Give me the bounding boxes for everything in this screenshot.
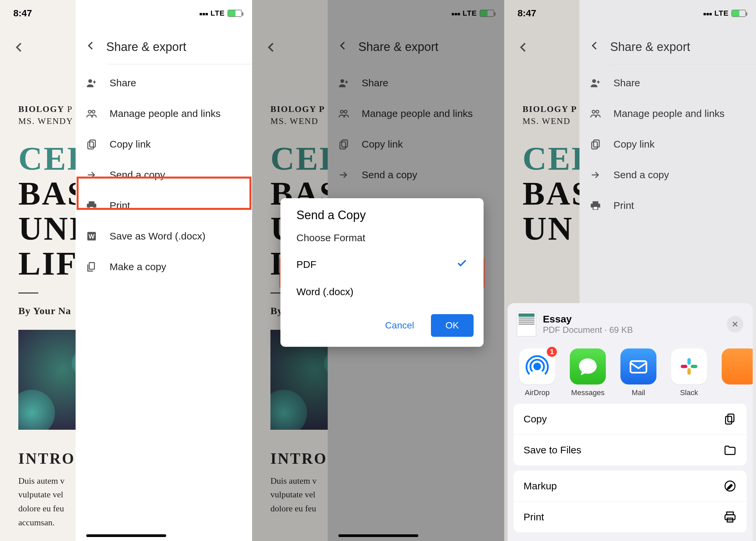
share-export-sheet: ▪▪▪ LTE Share & export Share Manage peop… — [76, 0, 252, 541]
svg-point-14 — [592, 79, 596, 83]
modal-option-pdf[interactable]: PDF — [280, 250, 484, 279]
ios-share-sheet: Essay PDF Document · 69 KB 1 AirDrop Mes… — [508, 303, 753, 541]
menu-label: Send a copy — [362, 169, 417, 181]
sheet-back-icon[interactable] — [338, 40, 348, 54]
svg-rect-30 — [725, 515, 735, 520]
divider — [359, 64, 504, 64]
share-app-airdrop[interactable]: 1 AirDrop — [518, 348, 557, 397]
file-subtitle: PDF Document · 69 KB — [543, 325, 720, 335]
menu-item-print: Print — [579, 190, 756, 221]
signal-icon: ▪▪▪ — [451, 10, 460, 17]
menu-item-copy-link[interactable]: Copy link — [76, 129, 252, 160]
battery-icon — [480, 10, 494, 17]
svg-rect-3 — [90, 140, 95, 147]
cancel-button[interactable]: Cancel — [375, 314, 424, 337]
status-time: 8:47 — [518, 8, 536, 19]
word-icon: W — [86, 230, 98, 242]
modal-option-label: Word (.docx) — [296, 286, 353, 297]
menu-label: Make a copy — [110, 261, 166, 272]
people-icon — [589, 108, 601, 120]
action-print[interactable]: Print — [514, 502, 747, 532]
person-add-icon — [86, 77, 98, 89]
app-label: Mail — [632, 388, 645, 397]
check-icon — [456, 258, 468, 271]
people-icon — [86, 108, 98, 120]
file-title: Essay — [543, 313, 720, 325]
menu-label: Share — [362, 77, 388, 89]
status-bar: ▪▪▪ LTE — [328, 0, 504, 27]
svg-rect-21 — [630, 361, 646, 373]
share-app-slack[interactable]: Slack — [669, 348, 709, 397]
print-icon — [589, 200, 601, 212]
svg-rect-26 — [728, 414, 734, 422]
menu-label: Send a copy — [613, 169, 669, 181]
menu-item-share: Share — [579, 68, 756, 98]
file-thumbnail — [517, 312, 536, 336]
svg-rect-12 — [342, 140, 347, 147]
person-add-icon — [589, 77, 601, 89]
network-label: LTE — [463, 9, 477, 18]
svg-point-1 — [88, 110, 91, 113]
menu-label: Share — [613, 77, 640, 89]
share-app-more[interactable] — [720, 348, 753, 397]
menu-item-save-word[interactable]: W Save as Word (.docx) — [76, 221, 252, 252]
svg-point-11 — [344, 110, 347, 113]
svg-rect-5 — [90, 207, 93, 209]
action-label: Save to Files — [524, 444, 581, 456]
share-app-messages[interactable]: Messages — [568, 348, 607, 397]
svg-point-2 — [92, 110, 95, 113]
menu-item-share[interactable]: Share — [76, 68, 252, 98]
share-app-mail[interactable]: Mail — [619, 348, 658, 397]
modal-option-word[interactable]: Word (.docx) — [280, 279, 484, 305]
menu-item-send-copy: Send a copy — [579, 160, 756, 190]
svg-text:W: W — [89, 233, 95, 240]
folder-icon — [723, 443, 737, 457]
sheet-back-icon[interactable] — [86, 40, 96, 54]
svg-rect-18 — [592, 142, 597, 149]
action-label: Print — [524, 511, 544, 523]
svg-point-10 — [340, 110, 343, 113]
status-bar: 8:47 — [504, 0, 756, 27]
divider — [18, 292, 38, 293]
svg-rect-22 — [687, 358, 691, 365]
svg-point-16 — [596, 110, 599, 113]
make-copy-icon — [86, 261, 98, 273]
menu-item-print[interactable]: Print — [76, 190, 252, 221]
svg-rect-17 — [593, 140, 599, 147]
menu-item-copy-link: Copy link — [579, 129, 756, 160]
menu-label: Manage people and links — [110, 108, 221, 119]
markup-icon — [723, 479, 737, 493]
svg-rect-25 — [681, 365, 687, 368]
menu-label: Share — [110, 77, 136, 89]
menu-item-manage: Manage people and links — [328, 98, 504, 129]
menu-label: Manage people and links — [613, 108, 725, 119]
action-copy[interactable]: Copy — [514, 404, 747, 435]
home-indicator[interactable] — [86, 534, 166, 537]
menu-item-make-copy[interactable]: Make a copy — [76, 252, 252, 282]
copy-link-icon — [589, 138, 601, 150]
ok-button[interactable]: OK — [431, 314, 474, 337]
svg-point-9 — [340, 79, 344, 83]
action-save-files[interactable]: Save to Files — [514, 435, 747, 465]
svg-point-0 — [88, 79, 92, 83]
menu-label: Manage people and links — [362, 108, 473, 119]
action-markup[interactable]: Markup — [514, 471, 747, 502]
copy-pages-icon — [723, 412, 737, 426]
sheet-back-icon[interactable] — [589, 40, 600, 54]
menu-item-manage[interactable]: Manage people and links — [76, 98, 252, 129]
svg-point-15 — [592, 110, 595, 113]
sheet-title: Share & export — [358, 40, 438, 54]
copy-link-icon — [86, 138, 98, 150]
menu-label: Save as Word (.docx) — [110, 231, 205, 242]
send-icon — [589, 169, 601, 181]
svg-rect-19 — [593, 207, 597, 209]
close-button[interactable] — [727, 316, 743, 332]
divider — [107, 64, 252, 64]
modal-title: Send a Copy — [280, 198, 484, 229]
menu-item-send-copy[interactable]: Send a copy — [76, 160, 252, 190]
sheet-title: Share & export — [610, 40, 690, 54]
app-label: Slack — [680, 388, 698, 397]
home-indicator[interactable] — [338, 534, 418, 537]
back-icon[interactable] — [13, 40, 25, 57]
svg-rect-13 — [340, 142, 346, 149]
